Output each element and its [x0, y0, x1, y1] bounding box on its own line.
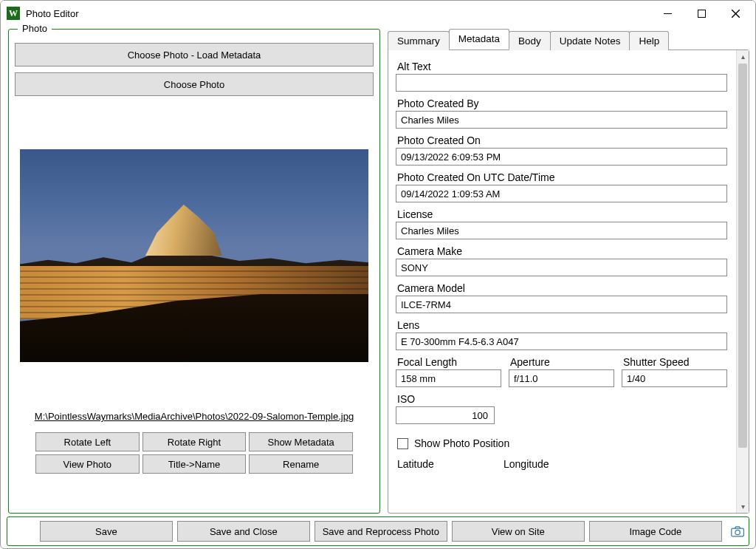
alt-text-label: Alt Text	[397, 61, 727, 72]
created-by-label: Photo Created By	[397, 98, 727, 109]
aperture-input[interactable]	[509, 369, 614, 387]
tab-metadata[interactable]: Metadata	[449, 29, 509, 50]
tab-update-notes[interactable]: Update Notes	[550, 31, 630, 50]
tab-strip: Summary Metadata Body Update Notes Help	[388, 29, 749, 50]
rename-button[interactable]: Rename	[249, 454, 353, 474]
rotate-left-button[interactable]: Rotate Left	[35, 432, 140, 451]
show-photo-position-label: Show Photo Position	[414, 437, 509, 449]
show-metadata-button[interactable]: Show Metadata	[249, 432, 353, 451]
alt-text-input[interactable]	[396, 74, 727, 92]
latitude-label: Latitude	[397, 458, 495, 470]
svg-point-5	[735, 530, 740, 534]
tab-body[interactable]: Body	[509, 31, 551, 50]
photo-file-path[interactable]: M:\PointlessWaymarks\MediaArchive\Photos…	[15, 411, 374, 422]
license-input[interactable]	[396, 222, 727, 239]
svg-rect-1	[698, 10, 705, 17]
title-bar: W Photo Editor	[1, 1, 755, 26]
scroll-thumb[interactable]	[738, 64, 747, 448]
iso-input[interactable]	[396, 406, 495, 424]
camera-model-label: Camera Model	[397, 282, 727, 294]
camera-make-label: Camera Make	[397, 245, 727, 257]
choose-photo-load-metadata-button[interactable]: Choose Photo - Load Metadata	[15, 43, 374, 67]
title-to-name-button[interactable]: Title->Name	[142, 454, 247, 474]
close-button[interactable]	[718, 2, 752, 24]
tab-summary[interactable]: Summary	[388, 31, 450, 50]
app-icon: W	[7, 7, 20, 20]
vertical-scrollbar[interactable]: ▴ ▾	[736, 50, 749, 513]
created-on-utc-input[interactable]	[396, 185, 727, 202]
camera-model-input[interactable]	[396, 296, 727, 313]
photo-group-legend: Photo	[18, 23, 52, 34]
footer-bar: Save Save and Close Save and Reprocess P…	[7, 516, 749, 546]
scroll-down-icon[interactable]: ▾	[737, 500, 749, 513]
lens-input[interactable]	[396, 333, 727, 350]
iso-label: ISO	[397, 393, 727, 405]
photo-preview	[20, 149, 368, 362]
created-on-utc-label: Photo Created On UTC Date/Time	[397, 171, 727, 183]
save-and-close-button[interactable]: Save and Close	[177, 521, 310, 542]
created-on-input[interactable]	[396, 148, 727, 166]
camera-icon[interactable]	[731, 524, 744, 539]
tab-help[interactable]: Help	[629, 31, 669, 50]
longitude-label: Longitude	[504, 458, 601, 470]
metadata-panel: Alt Text Photo Created By Photo Created …	[388, 50, 749, 514]
created-on-label: Photo Created On	[397, 134, 727, 146]
focal-length-label: Focal Length	[397, 356, 501, 368]
license-label: License	[397, 208, 727, 220]
scroll-up-icon[interactable]: ▴	[737, 50, 749, 63]
lens-label: Lens	[397, 319, 727, 331]
save-button[interactable]: Save	[40, 521, 173, 542]
image-code-button[interactable]: Image Code	[589, 521, 722, 542]
view-photo-button[interactable]: View Photo	[35, 454, 140, 474]
rotate-right-button[interactable]: Rotate Right	[142, 432, 247, 451]
show-photo-position-checkbox[interactable]	[397, 438, 408, 449]
shutter-speed-label: Shutter Speed	[623, 356, 727, 368]
shutter-speed-input[interactable]	[622, 369, 727, 387]
window-title: Photo Editor	[26, 8, 79, 19]
aperture-label: Aperture	[510, 356, 614, 368]
save-and-reprocess-button[interactable]: Save and Reprocess Photo	[315, 521, 447, 542]
minimize-button[interactable]	[650, 2, 684, 24]
photo-group: Photo Choose Photo - Load Metadata Choos…	[8, 29, 380, 514]
camera-make-input[interactable]	[396, 259, 727, 276]
created-by-input[interactable]	[396, 111, 727, 129]
focal-length-input[interactable]	[396, 369, 501, 387]
choose-photo-button[interactable]: Choose Photo	[15, 72, 374, 96]
view-on-site-button[interactable]: View on Site	[452, 521, 585, 542]
maximize-button[interactable]	[684, 2, 718, 24]
